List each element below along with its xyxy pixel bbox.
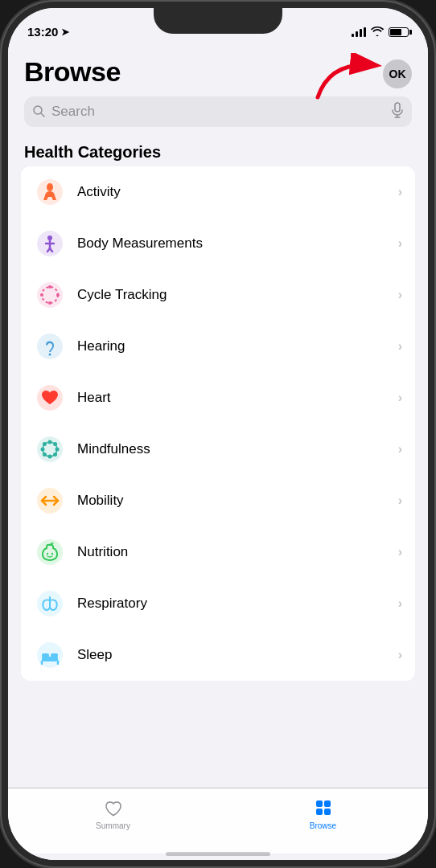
- svg-rect-46: [324, 800, 331, 807]
- status-time: 13:20 ➤: [27, 25, 69, 39]
- ok-button[interactable]: OK: [383, 59, 412, 88]
- list-item[interactable]: Respiratory ›: [21, 578, 415, 629]
- list-item[interactable]: Mobility ›: [21, 475, 415, 526]
- chevron-icon: ›: [398, 391, 402, 405]
- respiratory-icon: [34, 588, 66, 620]
- svg-rect-3: [395, 103, 400, 112]
- chevron-icon: ›: [398, 648, 402, 662]
- mobility-icon: [34, 485, 66, 517]
- svg-point-27: [41, 448, 45, 452]
- home-bar: [166, 852, 270, 856]
- location-icon: ➤: [61, 27, 69, 38]
- hearing-label: Hearing: [77, 338, 398, 354]
- heart-label: Heart: [77, 390, 398, 406]
- svg-point-19: [40, 293, 43, 297]
- activity-icon: [34, 176, 66, 208]
- content-area: Browse OK: [8, 43, 428, 788]
- battery-icon: [389, 27, 409, 37]
- svg-point-31: [53, 442, 57, 446]
- svg-point-30: [53, 452, 57, 457]
- chevron-icon: ›: [398, 339, 402, 354]
- list-item[interactable]: Nutrition ›: [21, 526, 415, 578]
- svg-rect-48: [324, 809, 331, 815]
- cycle-tracking-label: Cycle Tracking: [77, 287, 398, 303]
- heart-icon: [34, 382, 66, 414]
- svg-line-2: [41, 113, 44, 117]
- chevron-icon: ›: [398, 185, 402, 199]
- svg-point-7: [47, 183, 53, 191]
- chevron-icon: ›: [398, 545, 402, 559]
- screen: 13:20 ➤: [8, 8, 428, 860]
- svg-rect-45: [316, 800, 323, 807]
- chevron-icon: ›: [398, 236, 402, 251]
- activity-label: Activity: [77, 184, 398, 200]
- list-item[interactable]: Heart ›: [21, 372, 415, 424]
- svg-point-18: [48, 301, 51, 305]
- svg-point-21: [49, 354, 51, 356]
- list-item[interactable]: Sleep ›: [21, 629, 415, 681]
- chevron-icon: ›: [398, 442, 402, 457]
- svg-point-29: [43, 442, 47, 446]
- respiratory-label: Respiratory: [77, 596, 398, 612]
- status-icons: [352, 26, 409, 39]
- svg-point-25: [48, 440, 52, 444]
- hearing-icon: [34, 330, 66, 362]
- summary-tab-icon: [102, 796, 125, 819]
- categories-list: Activity › Bod: [21, 166, 415, 681]
- svg-point-17: [56, 293, 60, 297]
- list-item[interactable]: Cycle Tracking ›: [21, 269, 415, 321]
- mic-icon[interactable]: [391, 102, 404, 121]
- tab-summary[interactable]: Summary: [8, 796, 218, 830]
- page-header: Browse OK: [8, 43, 428, 96]
- svg-rect-47: [316, 809, 323, 815]
- summary-tab-label: Summary: [96, 821, 130, 830]
- signal-bars-icon: [352, 27, 366, 37]
- svg-point-16: [48, 285, 51, 289]
- svg-point-28: [56, 448, 60, 452]
- list-item[interactable]: Hearing ›: [21, 321, 415, 372]
- page-title: Browse: [24, 56, 121, 88]
- svg-point-37: [51, 553, 53, 555]
- nutrition-icon: [34, 536, 66, 568]
- svg-point-35: [37, 539, 63, 565]
- list-item[interactable]: Mindfulness ›: [21, 424, 415, 475]
- nutrition-label: Nutrition: [77, 544, 398, 560]
- section-header: Health Categories: [8, 137, 428, 166]
- mindfulness-icon: [34, 433, 66, 465]
- svg-point-36: [47, 553, 48, 555]
- svg-rect-41: [42, 653, 49, 657]
- chevron-icon: ›: [398, 493, 402, 508]
- svg-point-32: [43, 452, 47, 457]
- mindfulness-label: Mindfulness: [77, 441, 398, 457]
- phone-frame: 13:20 ➤: [0, 0, 436, 868]
- search-placeholder: Search: [51, 104, 385, 120]
- notch: [154, 8, 282, 34]
- body-measurements-icon: [34, 227, 66, 260]
- chevron-icon: ›: [398, 596, 402, 611]
- search-icon: [32, 104, 45, 120]
- home-indicator: [8, 854, 428, 860]
- search-bar-container: Search: [8, 96, 428, 137]
- browse-tab-label: Browse: [310, 821, 336, 830]
- browse-tab-icon: [312, 796, 335, 819]
- list-item[interactable]: Body Measurements ›: [21, 218, 415, 269]
- cycle-tracking-icon: [34, 279, 66, 311]
- svg-point-26: [48, 455, 52, 459]
- wifi-icon: [371, 26, 384, 39]
- mobility-label: Mobility: [77, 493, 398, 509]
- sleep-label: Sleep: [77, 647, 398, 663]
- svg-rect-42: [51, 653, 58, 657]
- tab-bar: Summary Browse: [8, 788, 428, 854]
- search-bar[interactable]: Search: [24, 96, 412, 127]
- tab-browse[interactable]: Browse: [218, 796, 428, 830]
- sleep-icon: [34, 639, 66, 671]
- body-measurements-label: Body Measurements: [77, 235, 398, 252]
- list-item[interactable]: Activity ›: [21, 166, 415, 218]
- chevron-icon: ›: [398, 288, 402, 302]
